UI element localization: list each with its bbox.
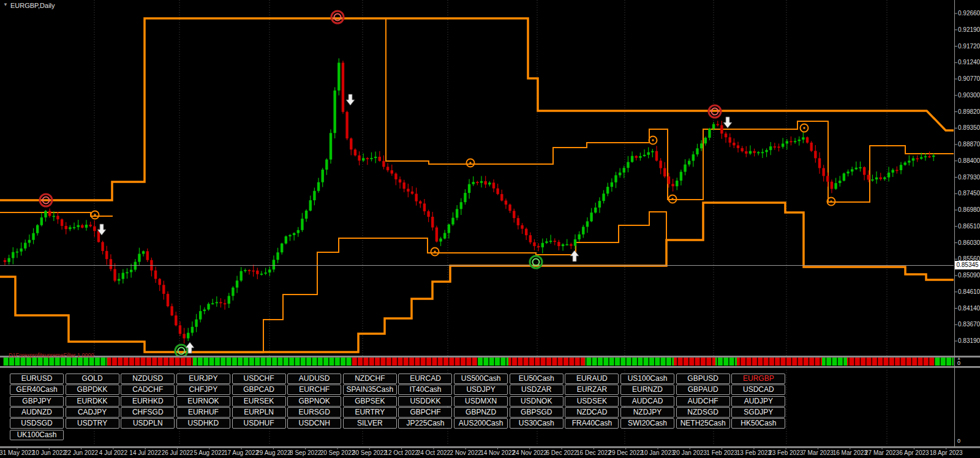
time-axis-label: 6 Apr 2023: [899, 449, 929, 457]
symbol-cell-silver[interactable]: SILVER: [343, 418, 397, 429]
candle-body: [89, 225, 91, 227]
symbol-cell-eurhuf[interactable]: EURHUF: [176, 407, 230, 418]
candle-body: [325, 160, 328, 170]
window-separator[interactable]: [0, 366, 980, 368]
symbol-cell-gbpnzd[interactable]: GBPNZD: [454, 407, 508, 418]
symbol-cell-us500cash[interactable]: US500Cash: [454, 374, 508, 384]
symbol-cell-spain35cash[interactable]: SPAIN35Cash: [343, 385, 397, 395]
symbol-cell-gold[interactable]: GOLD: [66, 374, 119, 384]
candle-body: [56, 216, 59, 219]
symbol-cell-eursek[interactable]: EURSEK: [232, 396, 286, 407]
symbol-cell-usdchf[interactable]: USDCHF: [232, 374, 286, 384]
symbol-cell-gbpchf[interactable]: GBPCHF: [398, 407, 452, 418]
symbol-cell-eu50cash[interactable]: EU50Cash: [510, 374, 564, 384]
symbol-cell-nzdusd[interactable]: NZDUSD: [121, 374, 175, 384]
symbol-cell-usdhuf[interactable]: USDHUF: [232, 418, 286, 429]
symbol-cell-swi20cash[interactable]: SWI20Cash: [620, 418, 674, 429]
symbol-cell-audchf[interactable]: AUDCHF: [676, 396, 730, 407]
symbol-cell-cadjpy[interactable]: CADJPY: [66, 407, 119, 418]
time-axis-label: 5 Aug 2022: [194, 449, 225, 457]
candle-body: [85, 225, 88, 228]
symbol-cell-usdcnh[interactable]: USDCNH: [287, 418, 341, 429]
candle-body: [606, 187, 609, 193]
symbol-cell-jp225cash[interactable]: JP225Cash: [398, 418, 452, 429]
symbol-cell-audnzd[interactable]: AUDNZD: [10, 407, 64, 418]
symbol-cell-eurtry[interactable]: EURTRY: [343, 407, 397, 418]
window-separator[interactable]: [0, 356, 980, 358]
symbol-cell-us100cash[interactable]: US100Cash: [620, 374, 674, 384]
candle-body: [179, 325, 181, 334]
symbol-cell-gbpnok[interactable]: GBPNOK: [287, 396, 341, 407]
symbol-cell-usddkk[interactable]: USDDKK: [398, 396, 452, 407]
symbol-cell-eurusd[interactable]: EURUSD: [10, 374, 64, 384]
symbol-cell-eursgd[interactable]: EURSGD: [287, 407, 341, 418]
symbol-cell-eurpln[interactable]: EURPLN: [232, 407, 286, 418]
symbol-cell-eurjpy[interactable]: EURJPY: [176, 374, 230, 384]
candle-body: [480, 181, 483, 183]
symbol-cell-usdhkd[interactable]: USDHKD: [176, 418, 230, 429]
candle-body: [248, 270, 251, 271]
candle-body: [761, 152, 764, 153]
symbol-cell-audcad[interactable]: AUDCAD: [620, 396, 674, 407]
symbol-cell-ger40cash[interactable]: GER40Cash: [10, 385, 64, 395]
candle-body: [484, 181, 487, 185]
symbol-cell-gbpcad[interactable]: GBPCAD: [232, 385, 286, 395]
symbol-cell-gbpdkk[interactable]: GBPDKK: [66, 385, 119, 395]
symbol-cell-eurchf[interactable]: EURCHF: [287, 385, 341, 395]
time-axis-label: 14 Jul 2022: [129, 449, 161, 457]
time-axis-label: 12 Oct 2022: [385, 449, 418, 457]
symbol-dropdown-icon[interactable]: ▼: [3, 2, 8, 7]
candle-body: [337, 62, 340, 90]
symbol-cell-usdzar[interactable]: USDZAR: [510, 385, 564, 395]
symbol-cell-usdsgd[interactable]: USDSGD: [10, 418, 64, 429]
symbol-cell-cadchf[interactable]: CADCHF: [121, 385, 175, 395]
candle-body: [81, 225, 83, 228]
candle-body: [725, 133, 727, 137]
filter-histogram-segment: [352, 358, 478, 366]
symbol-cell-chfsgd[interactable]: CHFSGD: [121, 407, 175, 418]
symbol-cell-aus200cash[interactable]: AUS200Cash: [454, 418, 508, 429]
symbol-cell-chfjpy[interactable]: CHFJPY: [176, 385, 230, 395]
symbol-cell-gbpsgd[interactable]: GBPSGD: [510, 407, 564, 418]
symbol-cell-eurnok[interactable]: EURNOK: [176, 396, 230, 407]
symbol-cell-audjpy[interactable]: AUDJPY: [731, 396, 785, 407]
symbol-cell-neth25cash[interactable]: NETH25Cash: [676, 418, 730, 429]
time-axis-label: 30 Sep 2022: [352, 449, 387, 457]
filter-touch-circle: [830, 200, 832, 202]
symbol-cell-uk100cash[interactable]: UK100Cash: [10, 430, 64, 440]
symbol-cell-nzdsgd[interactable]: NZDSGD: [676, 407, 730, 418]
symbol-cell-eurzar[interactable]: EURZAR: [565, 385, 619, 395]
symbol-cell-nzdjpy[interactable]: NZDJPY: [620, 407, 674, 418]
symbol-cell-usdmxn[interactable]: USDMXN: [454, 396, 508, 407]
candle-body: [7, 258, 10, 262]
candle-body: [554, 241, 556, 242]
symbol-cell-eurhkd[interactable]: EURHKD: [121, 396, 175, 407]
symbol-cell-gbpusd[interactable]: GBPUSD: [676, 374, 730, 384]
symbol-cell-eurgbp[interactable]: EURGBP: [731, 374, 785, 384]
symbol-cell-it40cash[interactable]: IT40Cash: [398, 385, 452, 395]
symbol-cell-us30cash[interactable]: US30Cash: [510, 418, 564, 429]
symbol-cell-eurcad[interactable]: EURCAD: [398, 374, 452, 384]
symbol-cell-eurnzd[interactable]: EURNZD: [620, 385, 674, 395]
symbol-cell-nzdchf[interactable]: NZDCHF: [343, 374, 397, 384]
symbol-cell-usdpln[interactable]: USDPLN: [121, 418, 175, 429]
symbol-cell-audusd[interactable]: AUDUSD: [287, 374, 341, 384]
candle-body: [244, 270, 246, 271]
price-axis-label: 0.92660: [958, 10, 980, 17]
candle-body: [598, 201, 601, 208]
symbol-cell-gbpsek[interactable]: GBPSEK: [343, 396, 397, 407]
symbol-cell-nzdcad[interactable]: NZDCAD: [565, 407, 619, 418]
candle-body: [562, 244, 564, 246]
symbol-cell-usdnok[interactable]: USDNOK: [510, 396, 564, 407]
symbol-cell-usdcad[interactable]: USDCAD: [731, 385, 785, 395]
symbol-cell-eurdkk[interactable]: EURDKK: [66, 396, 119, 407]
symbol-cell-usdsek[interactable]: USDSEK: [565, 396, 619, 407]
symbol-cell-usdjpy[interactable]: USDJPY: [454, 385, 508, 395]
symbol-cell-fra40cash[interactable]: FRA40Cash: [565, 418, 619, 429]
symbol-cell-gbpjpy[interactable]: GBPJPY: [10, 396, 64, 407]
symbol-cell-euraud[interactable]: EURAUD: [565, 374, 619, 384]
symbol-cell-sgdjpy[interactable]: SGDJPY: [731, 407, 785, 418]
symbol-cell-hk50cash[interactable]: HK50Cash: [731, 418, 785, 429]
symbol-cell-usdtry[interactable]: USDTRY: [66, 418, 119, 429]
symbol-cell-gbpaud[interactable]: GBPAUD: [676, 385, 730, 395]
